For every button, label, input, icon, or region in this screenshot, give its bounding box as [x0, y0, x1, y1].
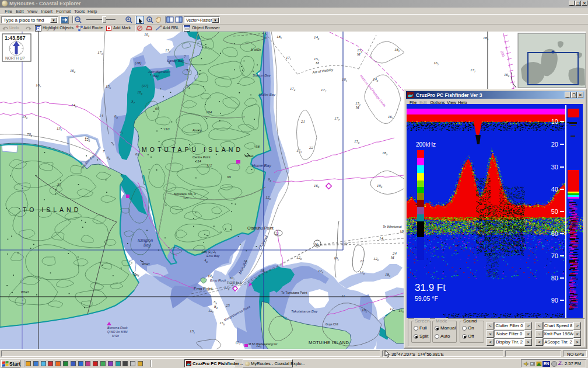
svg-text:Bomena Rock: Bomena Rock	[107, 326, 128, 329]
svg-text:30: 30	[551, 164, 558, 171]
svg-text:68: 68	[256, 144, 260, 148]
svg-text:25: 25	[226, 303, 230, 307]
svg-text:59.05 °F: 59.05 °F	[415, 295, 438, 302]
svg-text:Centre Point: Centre Point	[192, 155, 211, 159]
svg-text:Guys Chll: Guys Chll	[326, 322, 338, 326]
svg-text:Station Bay: Station Bay	[253, 74, 271, 77]
svg-text:13: 13	[243, 259, 247, 263]
svg-text:Home Bay: Home Bay	[252, 164, 271, 168]
svg-text:Wharf: Wharf	[21, 290, 29, 294]
svg-text:70: 70	[551, 252, 558, 259]
svg-text:1:43,567: 1:43,567	[5, 35, 26, 41]
svg-text:Jetty (2₄) 2₃: Jetty (2₄) 2₃	[201, 251, 216, 254]
svg-text:Q.WR 3m 8/3M: Q.WR 3m 8/3M	[107, 330, 128, 334]
svg-text:Motutapu No. 3: Motutapu No. 3	[174, 192, 196, 196]
svg-text:Airstrip: Airstrip	[192, 129, 202, 132]
svg-text:FI(2)R 5s A: FI(2)R 5s A	[227, 281, 242, 284]
svg-text:(17): (17)	[142, 84, 149, 88]
svg-text:7: 7	[184, 54, 186, 58]
svg-text:M Sh Wahaparangi Isl: M Sh Wahaparangi Isl	[249, 342, 278, 346]
svg-text:80: 80	[551, 275, 558, 282]
svg-text:60: 60	[551, 230, 558, 237]
svg-text:Emu Bay: Emu Bay	[206, 254, 220, 258]
svg-text:11: 11	[341, 294, 345, 298]
svg-text:14: 14	[99, 113, 103, 117]
svg-text:Bay: Bay	[144, 243, 151, 248]
svg-text:Emu Rock: Emu Rock	[210, 279, 227, 282]
svg-text:10: 10	[551, 118, 558, 125]
svg-text:200kHz: 200kHz	[416, 141, 436, 148]
svg-text:MOTUIHE ISLAND: MOTUIHE ISLAND	[309, 340, 349, 345]
svg-text:24: 24	[393, 251, 397, 255]
svg-text:31.9 Ft: 31.9 Ft	[415, 282, 446, 293]
svg-text:Te Whetumat: Te Whetumat	[383, 225, 402, 228]
svg-text:Emu Point: Emu Point	[194, 287, 212, 291]
svg-text:22: 22	[344, 242, 348, 246]
svg-text:14₄: 14₄	[314, 242, 319, 246]
svg-text:Jetty: Jetty	[133, 273, 139, 277]
svg-text:21: 21	[301, 119, 305, 123]
svg-text:M Sh: M Sh	[112, 334, 119, 338]
svg-text:22: 22	[309, 145, 313, 150]
svg-text:Jetties: Jetties	[245, 154, 254, 158]
svg-text:Te Tumutara Point: Te Tumutara Point	[281, 291, 307, 294]
svg-text:Mullet Bay: Mullet Bay	[259, 93, 276, 96]
svg-text:35: 35	[57, 182, 61, 186]
svg-text:99: 99	[227, 175, 231, 179]
svg-text:104: 104	[206, 110, 212, 114]
svg-text:M: M	[390, 255, 394, 259]
svg-text:90: 90	[551, 297, 558, 304]
svg-text:50: 50	[551, 208, 558, 215]
svg-text:(18): (18)	[135, 61, 142, 65]
svg-text:22: 22	[275, 232, 279, 235]
svg-text:NORTH UP: NORTH UP	[5, 56, 25, 60]
svg-text:120: 120	[183, 196, 188, 200]
svg-text:20: 20	[551, 141, 558, 148]
svg-text:Takutairaroa Bay: Takutairaroa Bay	[291, 310, 318, 313]
svg-text:40: 40	[551, 186, 558, 193]
svg-text:Otahuhu Point: Otahuhu Point	[247, 226, 274, 230]
svg-text:114: 114	[196, 159, 201, 163]
svg-text:·110: ·110	[163, 127, 170, 131]
svg-text:M: M	[356, 52, 360, 56]
svg-text:·112: ·112	[205, 163, 212, 167]
svg-text:Islington: Islington	[138, 238, 153, 243]
svg-text:M okSh: M okSh	[251, 48, 261, 51]
svg-text:7: 7	[103, 149, 105, 153]
svg-text:MOTUTAPU ISLAND: MOTUTAPU ISLAND	[142, 146, 243, 153]
svg-text:TO ISLAND: TO ISLAND	[23, 206, 81, 213]
svg-text:62: 62	[135, 152, 139, 156]
svg-text:69: 69	[155, 106, 159, 110]
svg-text:Wharf: Wharf	[142, 262, 150, 266]
svg-text:M: M	[315, 61, 319, 65]
svg-text:Bay: Bay	[153, 74, 159, 78]
svg-text:Sandy Bay: Sandy Bay	[167, 59, 184, 63]
svg-text:22: 22	[360, 259, 364, 263]
